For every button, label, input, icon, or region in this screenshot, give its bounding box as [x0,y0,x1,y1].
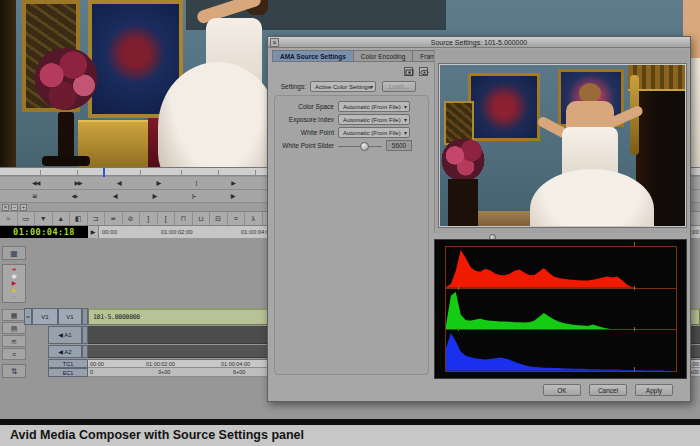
white-point-label: White Point [268,127,334,139]
audio-monitor-button[interactable]: ◀» [69,190,81,202]
histogram-green [446,289,676,331]
step-backward-button[interactable]: ◀| [114,177,124,189]
splice-in-icon[interactable]: ⊓ [175,212,193,225]
menu-tool-icon[interactable]: ≡ [2,348,26,360]
histogram-blue [446,330,676,371]
hand-tool-icon[interactable]: λ [245,212,263,225]
white-point-slider-value[interactable]: 5600 [386,140,412,151]
mark-in-icon[interactable]: ] [140,212,158,225]
dialog-title: Source Settings: 101-5.000000 [268,37,690,48]
ec1-label: 0 [90,368,93,377]
grid-tool-icon[interactable]: ▦ [2,309,26,321]
step-forward-button[interactable]: |▶ [153,177,163,189]
match-frame-button[interactable]: ⊞ [29,190,39,202]
effect-mode-icon[interactable]: ◧ [70,212,88,225]
vase-stem [58,112,74,160]
scroll-tool-button[interactable]: ⇅ [2,364,26,378]
close-button[interactable]: × [2,204,9,211]
timecode-display: 01:00:04:18 [0,226,88,238]
dialog-button-row: OK Cancel Apply [434,384,687,396]
video-quality-icon[interactable]: ▼ [35,212,53,225]
render-effect-icon[interactable]: ⊘ [123,212,141,225]
splice-arrow-icon[interactable]: ▶ [3,287,25,294]
timeline-menu-icon[interactable]: ≡ [228,212,246,225]
motion-effect-icon[interactable]: ◌ [3,294,25,301]
ok-button[interactable]: OK [543,384,581,396]
play-in-to-out-button[interactable]: (▶ [227,190,238,202]
mark-clip-button[interactable]: ]+ [189,190,198,202]
color-space-dropdown[interactable]: Automatic (From File) [338,101,410,112]
zoom-button[interactable]: + [20,204,27,211]
apply-button[interactable]: Apply [635,384,673,396]
white-point-dropdown[interactable]: Automatic (From File) [338,127,410,138]
vase-base [42,156,90,166]
clear-out-button[interactable]: [▶ [149,190,159,202]
track-tc1[interactable]: TC1 [48,359,88,368]
histogram-red [446,247,676,289]
clear-in-button[interactable]: ◀[ [110,190,120,202]
record-track-a2[interactable]: ◀ A2 [48,345,82,358]
histogram-panel [434,239,687,379]
tab-ama-source-settings[interactable]: AMA Source Settings [272,50,353,62]
dialog-icon-row [386,67,428,76]
minimize-button[interactable]: − [11,204,18,211]
trim-mode-icon[interactable]: ⊟ [210,212,228,225]
cancel-button[interactable]: Cancel [589,384,627,396]
rewind-button[interactable]: ◀◀ [29,177,42,189]
camera-icon[interactable] [404,67,413,76]
audio-meter-icon[interactable]: ▲ [53,212,71,225]
film-tool-icon[interactable]: ▤ [2,322,26,334]
marker-icon[interactable]: ▭ [18,212,36,225]
ec1-label: 3+00 [158,368,170,377]
play-button[interactable]: ▶ [228,177,238,189]
exposure-index-dropdown[interactable]: Automatic (From File) [338,114,410,125]
settings-label: Settings: [268,81,306,93]
mark-out-icon[interactable]: [ [158,212,176,225]
load-button[interactable]: Load... [382,81,416,92]
preview-flowers [439,137,490,183]
white-point-row: White Point Automatic (From File) [268,127,433,140]
title-tool-icon[interactable]: ≖ [105,212,123,225]
ruler-play-icon[interactable]: ▶ [88,226,99,238]
effect-palette-button[interactable]: ▦ [2,246,26,260]
fast-forward-button[interactable]: ▶▶ [71,177,84,189]
track-ec1[interactable]: EC1 [48,368,88,377]
lift-icon[interactable]: ◉ [3,273,25,280]
screenshot-root: ◀◀▶▶◀||▶]▶ ⊞◀»◀[[▶]+(▶ ×−+ ≈▭▼▲◧⊐≖⊘][⊓⊔⊟… [0,0,700,446]
white-point-slider-knob[interactable] [360,142,369,151]
eye-icon[interactable] [419,67,428,76]
source-track-v1[interactable]: V1 [32,308,58,325]
ruler-label: 00:00 [102,226,117,238]
mirror-frame [0,0,16,167]
go-to-out-button[interactable]: ] [192,177,199,189]
preview-painting-1 [468,73,540,141]
timeline-palette: ▦ ➜◉▶▶◌ ▦▤≋≡ ⇅ [2,246,26,382]
settings-row: Settings: Active Color Settings Load... [268,81,433,94]
ec1-label: 6+00 [233,368,245,377]
patch-cell[interactable]: ≈ [24,308,32,325]
close-icon[interactable]: × [270,38,279,47]
settings-dropdown[interactable]: Active Color Settings [310,81,376,92]
tab-color-encoding[interactable]: Color Encoding [353,50,412,62]
playhead[interactable] [103,168,105,177]
source-settings-dialog: Source Settings: 101-5.000000 × AMA Sour… [267,36,691,402]
extract-icon[interactable]: ➜ [3,266,25,273]
histogram-plot [445,246,677,372]
waveform-tool-icon[interactable]: ≋ [2,335,26,347]
exposure-index-label: Exposure Index [268,114,334,126]
white-point-slider-row: White Point Slider 5600 [268,140,433,153]
quick-transition-icon[interactable]: ⊐ [88,212,106,225]
record-track-v1[interactable]: V1 [58,308,82,325]
overwrite-arrow-icon[interactable]: ▶ [3,280,25,287]
ruler-label: 01:00:02:00 [161,226,193,238]
white-point-slider-label: White Point Slider [268,140,334,152]
preview-image [439,64,686,227]
overwrite-icon[interactable]: ⊔ [193,212,211,225]
record-track-a1[interactable]: ◀ A1 [48,326,82,344]
segment-mode-icon[interactable]: ≈ [0,212,18,225]
flowers [30,48,102,116]
caption: Avid Media Composer with Source Settings… [0,425,700,446]
color-space-row: Color Space Automatic (From File) [268,101,433,114]
dialog-tabs: AMA Source Settings Color Encoding Frame… [272,50,459,62]
exposure-index-row: Exposure Index Automatic (From File) [268,114,433,127]
